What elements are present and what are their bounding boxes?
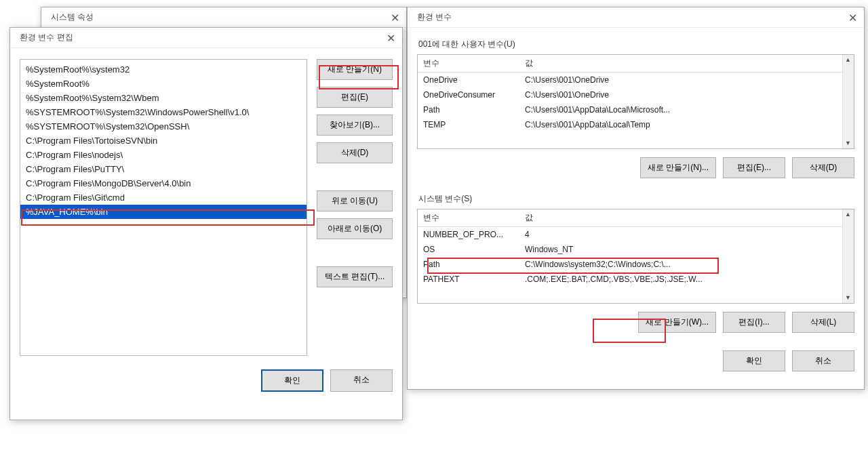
val-cell: C:\Users\001\OneDrive xyxy=(519,73,842,88)
table-row[interactable]: TEMPC:\Users\001\AppData\Local\Temp xyxy=(418,117,842,132)
val-cell: .COM;.EXE;.BAT;.CMD;.VBS;.VBE;.JS;.JSE;.… xyxy=(519,272,842,287)
col-header-val: 값 xyxy=(519,209,842,227)
user-vars-label: 001에 대한 사용자 변수(U) xyxy=(418,39,854,50)
path-row[interactable]: %SYSTEMROOT%\System32\OpenSSH\ xyxy=(20,119,307,134)
var-cell: PATHEXT xyxy=(418,272,519,287)
col-header-val: 값 xyxy=(519,55,842,73)
val-cell: 4 xyxy=(519,227,842,243)
path-listbox[interactable]: %SystemRoot%\system32%SystemRoot%%System… xyxy=(20,59,307,356)
var-cell: Path xyxy=(418,102,519,117)
user-delete-button[interactable]: 삭제(D) xyxy=(792,157,854,178)
move-down-button[interactable]: 아래로 이동(O) xyxy=(317,218,393,239)
sys-vars-listbox[interactable]: 변수 값 NUMBER_OF_PRO...4OSWindows_NTPathC:… xyxy=(417,209,854,304)
user-edit-button[interactable]: 편집(E)... xyxy=(723,157,785,178)
close-icon[interactable]: ✕ xyxy=(384,32,397,44)
col-header-var: 변수 xyxy=(418,209,519,227)
titlebar-sys[interactable]: 시스템 속성 ✕ xyxy=(41,7,406,28)
val-cell: C:\Users\001\AppData\Local\Temp xyxy=(519,117,842,132)
path-row[interactable]: C:\Program Files\MongoDB\Server\4.0\bin xyxy=(20,176,307,190)
var-cell: Path xyxy=(418,257,519,272)
browse-button[interactable]: 찾아보기(B)... xyxy=(317,115,393,136)
close-icon[interactable]: ✕ xyxy=(846,12,859,24)
scroll-up-icon[interactable]: ▲ xyxy=(843,209,853,220)
scroll-down-icon[interactable]: ▼ xyxy=(843,138,853,148)
table-row[interactable]: OSWindows_NT xyxy=(418,242,842,257)
path-row[interactable]: C:\Program Files\nodejs\ xyxy=(20,148,307,162)
new-button[interactable]: 새로 만들기(N) xyxy=(317,59,393,80)
var-cell: OneDrive xyxy=(418,73,519,88)
path-row[interactable]: C:\Program Files\TortoiseSVN\bin xyxy=(20,134,307,148)
titlebar-env[interactable]: 환경 변수 ✕ xyxy=(408,7,864,28)
table-row[interactable]: OneDriveConsumerC:\Users\001\OneDrive xyxy=(418,87,842,102)
title-sys: 시스템 속성 xyxy=(51,12,94,23)
path-row[interactable]: C:\Program Files\Git\cmd xyxy=(20,190,307,205)
val-cell: Windows_NT xyxy=(519,242,842,257)
var-cell: NUMBER_OF_PRO... xyxy=(418,227,519,243)
cancel-button[interactable]: 취소 xyxy=(792,350,854,371)
path-row[interactable]: %SYSTEMROOT%\System32\WindowsPowerShell\… xyxy=(20,105,307,119)
ok-button[interactable]: 확인 xyxy=(723,350,785,371)
path-row[interactable]: %JAVA_HOME%\bin xyxy=(20,205,307,219)
path-row[interactable]: %SystemRoot%\system32 xyxy=(20,62,307,77)
table-row[interactable]: OneDriveC:\Users\001\OneDrive xyxy=(418,73,842,88)
path-row[interactable]: %SystemRoot%\System32\Wbem xyxy=(20,91,307,105)
title-edit: 환경 변수 편집 xyxy=(20,32,73,43)
environment-variables-dialog[interactable]: 환경 변수 ✕ 001에 대한 사용자 변수(U) 변수 값 OneDriveC… xyxy=(407,7,865,390)
table-row[interactable]: PathC:\Users\001\AppData\Local\Microsoft… xyxy=(418,102,842,117)
close-icon[interactable]: ✕ xyxy=(389,12,401,24)
table-row[interactable]: PathC:\Windows\system32;C:\Windows;C:\..… xyxy=(418,257,842,272)
var-cell: OneDriveConsumer xyxy=(418,87,519,102)
titlebar-edit[interactable]: 환경 변수 편집 ✕ xyxy=(10,28,402,48)
var-cell: TEMP xyxy=(418,117,519,132)
sys-delete-button[interactable]: 삭제(L) xyxy=(792,312,854,333)
table-row[interactable]: PATHEXT.COM;.EXE;.BAT;.CMD;.VBS;.VBE;.JS… xyxy=(418,272,842,287)
edit-button[interactable]: 편집(E) xyxy=(317,87,393,108)
sys-edit-button[interactable]: 편집(I)... xyxy=(723,312,785,333)
path-row[interactable]: %SystemRoot% xyxy=(20,77,307,91)
val-cell: C:\Users\001\OneDrive xyxy=(519,87,842,102)
val-cell: C:\Users\001\AppData\Local\Microsoft... xyxy=(519,102,842,117)
move-up-button[interactable]: 위로 이동(U) xyxy=(317,190,393,211)
col-header-var: 변수 xyxy=(418,55,519,73)
ok-button[interactable]: 확인 xyxy=(261,369,323,392)
var-cell: OS xyxy=(418,242,519,257)
user-new-button[interactable]: 새로 만들기(N)... xyxy=(640,157,716,178)
scroll-up-icon[interactable]: ▲ xyxy=(843,55,853,65)
delete-button[interactable]: 삭제(D) xyxy=(317,142,393,163)
sys-new-button[interactable]: 새로 만들기(W)... xyxy=(638,312,716,333)
scrollbar[interactable]: ▲ ▼ xyxy=(842,55,854,148)
path-row[interactable]: C:\Program Files\PuTTY\ xyxy=(20,162,307,176)
table-row[interactable]: NUMBER_OF_PRO...4 xyxy=(418,227,842,243)
title-env: 환경 변수 xyxy=(417,12,452,23)
edit-env-var-dialog[interactable]: 환경 변수 편집 ✕ %SystemRoot%\system32%SystemR… xyxy=(9,27,403,420)
scroll-down-icon[interactable]: ▼ xyxy=(843,293,853,303)
sys-vars-label: 시스템 변수(S) xyxy=(418,193,854,205)
scrollbar[interactable]: ▲ ▼ xyxy=(842,209,854,303)
cancel-button[interactable]: 취소 xyxy=(330,369,393,392)
val-cell: C:\Windows\system32;C:\Windows;C:\... xyxy=(519,257,842,272)
text-edit-button[interactable]: 텍스트 편집(T)... xyxy=(317,266,393,287)
user-vars-listbox[interactable]: 변수 값 OneDriveC:\Users\001\OneDriveOneDri… xyxy=(417,54,854,149)
